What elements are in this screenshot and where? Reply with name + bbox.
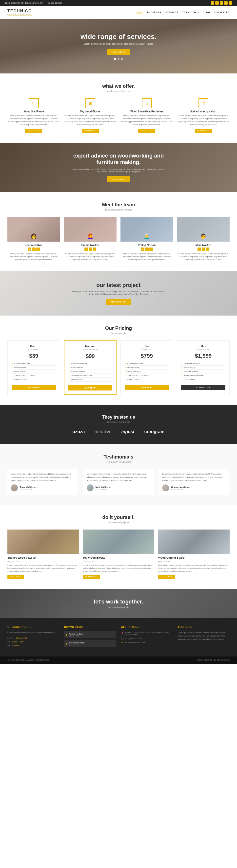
offer-card-3-btn[interactable]: READ MORE — [138, 129, 155, 133]
team-name-4: Mike Norton — [177, 244, 230, 247]
testimonial-1-author: Jerry Middleton CEO / Technico — [11, 485, 75, 491]
team-tw-1[interactable]: t — [32, 248, 35, 251]
diy-grid: Stained wood pixel art May 23, 2014 Lore… — [7, 529, 230, 579]
testimonial-2-name: Nick Middleton — [96, 486, 111, 488]
offer-card-4-title: Stained wood pixel art — [177, 110, 230, 113]
testimonial-1-name: Jerry Middleton — [20, 486, 36, 488]
pricing-max-features: Chillwave eirmure Narbo aliquly Narwhal … — [181, 362, 226, 381]
footer-download-2[interactable]: ⬇ Product Catalog 500KB | PDF — [64, 640, 116, 647]
offer-card-4-btn[interactable]: READ MORE — [195, 129, 212, 133]
hero-dot-2[interactable] — [117, 58, 120, 60]
footer-hours: opening hours Lorem ipsum dolor sit amet… — [7, 626, 59, 649]
twitter-icon[interactable]: t — [215, 1, 219, 5]
team-g-4[interactable]: g — [206, 248, 209, 251]
youtube-icon[interactable]: yt — [229, 1, 232, 5]
footer-download-1-info: Technical Spec 200KB | PDF — [69, 633, 83, 637]
linkedin-icon[interactable]: in — [224, 1, 228, 5]
nav-faq[interactable]: FAQ — [193, 11, 199, 14]
offer-card-2-btn[interactable]: READ MORE — [82, 129, 99, 133]
diy-post-2-btn[interactable]: READ MORE — [83, 575, 100, 579]
pricing-pro-type: Pro — [125, 345, 169, 348]
team-section: Meet the team The people behind technico… — [0, 192, 237, 271]
pricing-medium-features: Chillwave eirmure Narbo aliquly Narwhal … — [69, 362, 112, 382]
team-name-3: Phillip Norton — [121, 244, 173, 247]
testimonial-2-author: Nick Middleton CEO / Technico — [87, 485, 151, 491]
hero-dot-3[interactable] — [121, 58, 123, 60]
team-g-2[interactable]: g — [93, 248, 96, 251]
team-fb-4[interactable]: f — [198, 248, 201, 251]
pricing-feature: Narwhal &akind — [125, 370, 169, 373]
pricing-micro-price: $39 — [11, 353, 56, 359]
team-text-1: Lorem ipsum dolor sit amet, consectetur … — [7, 252, 60, 261]
offer-card-1-btn[interactable]: READ MORE — [25, 129, 42, 133]
footer-bottom: © 2015 TECHNICO - ALL RIGHTS RESERVED DE… — [0, 656, 237, 663]
pricing-feature: Thundercats churchkey — [181, 373, 226, 377]
logo-ingest: ingest — [122, 429, 135, 434]
pricing-pro-features: Chillwave eirmure Narbo aliquly Narwhal … — [125, 362, 169, 381]
logo-sub: INDUSTRIAL CO. — [7, 13, 32, 15]
pricing-max: Max Enterprise file $1,999 Chillwave eir… — [177, 340, 230, 395]
footer-download-1-size: 200KB | PDF — [69, 635, 83, 637]
team-tw-3[interactable]: t — [145, 248, 149, 251]
diy-post-3-btn[interactable]: READ MORE — [158, 575, 175, 579]
testimonial-3-role: CEO / Technico — [171, 488, 190, 490]
nav-projects[interactable]: PROJECTS — [147, 11, 161, 14]
footer-hours-desc: Lorem ipsum dolor sit amet, consectetur … — [7, 631, 59, 634]
diy-post-1-btn[interactable]: READ MORE — [7, 575, 24, 579]
testimonial-2-role: CEO / Technico — [96, 488, 111, 490]
hero-dot-1[interactable] — [114, 58, 116, 60]
footer-downloads: downloads ⬇ Technical Spec 200KB | PDF ⬇… — [64, 626, 116, 649]
nav-blog[interactable]: BLOG — [203, 11, 210, 14]
navigation: TECHNICO INDUSTRIAL CO. HOME PROJECTS SE… — [0, 6, 237, 19]
team-g-1[interactable]: g — [36, 248, 40, 251]
diy-image-3 — [158, 529, 230, 554]
team-tw-2[interactable]: t — [89, 248, 92, 251]
nav-team[interactable]: TEAM — [182, 11, 190, 14]
top-bar-left: 1243 Dreaming Str. 49235 London, UK +61 … — [5, 2, 62, 4]
testimonial-2-avatar — [87, 485, 94, 491]
team-fb-1[interactable]: f — [28, 248, 31, 251]
footer-grid: opening hours Lorem ipsum dolor sit amet… — [7, 626, 230, 649]
team-photo-4: 👨 — [177, 217, 230, 242]
team-fb-2[interactable]: f — [84, 248, 88, 251]
diy-post-3: Wood Cutting Board May 22, 2015 Lorem ip… — [158, 529, 230, 579]
pricing-title: Our Pricing — [7, 326, 230, 331]
footer-download-1[interactable]: ⬇ Technical Spec 200KB | PDF — [64, 631, 116, 638]
pricing-grid: Micro Small business $39 Chillwave eirmu… — [7, 340, 230, 395]
team-subtitle: The people behind technico — [7, 209, 230, 211]
team-g-3[interactable]: g — [149, 248, 153, 251]
footer-hours-table: Mon-Fri 09:00 - 20:00 Sat 09:00 - 18:00 … — [7, 637, 59, 647]
google-icon[interactable]: g — [220, 1, 223, 5]
nav-home[interactable]: HOME — [135, 11, 143, 14]
team-tw-4[interactable]: t — [202, 248, 205, 251]
hero-cta-button[interactable]: learn more — [107, 49, 130, 55]
team-fb-3[interactable]: f — [141, 248, 144, 251]
footer-address-item: 📍 Address: 1540 Little St. Ste 101, San … — [121, 631, 173, 636]
pricing-feature: Narbo aliquly — [181, 366, 226, 370]
diy-title: do it yourself. — [7, 515, 230, 520]
pricing-micro-btn[interactable]: BUY NOW — [11, 385, 56, 390]
trusted-section: They trusted us Companies big & small oz… — [0, 405, 237, 444]
footer-hours-time-1: 09:00 - 20:00 — [16, 637, 27, 639]
pricing-micro-features: Chillwave eirmure Narbo aliquly Narwhal … — [11, 362, 56, 381]
pricing-pro-price: $799 — [125, 353, 169, 359]
pricing-feature: Narbo aliquly — [69, 366, 112, 370]
expert-btn[interactable]: learn more — [107, 176, 130, 182]
footer-hours-row-3: Sun Closed — [7, 644, 59, 647]
top-bar-right: f t g in yt — [211, 1, 232, 5]
footer-download-2-size: 500KB | PDF — [69, 644, 84, 646]
pricing-max-btn[interactable]: CONTACT US — [181, 385, 226, 390]
diy-section: do it yourself. buy selected projects St… — [0, 505, 237, 589]
nav-templates[interactable]: TEMPLATES — [214, 11, 230, 14]
pricing-pro-btn[interactable]: BUY NOW — [125, 385, 169, 390]
pixel-art-icon: ◫ — [199, 98, 208, 108]
project-btn[interactable]: view project — [106, 299, 131, 305]
pricing-feature: Thundercats churchkey — [11, 373, 56, 377]
facebook-icon[interactable]: f — [211, 1, 214, 5]
pricing-medium-btn[interactable]: BUY NOW — [69, 385, 112, 391]
nav-services[interactable]: SERVICES — [165, 11, 178, 14]
pricing-subtitle: Choose your plan — [7, 332, 230, 335]
pricing-feature: Thundercats churchkey — [125, 373, 169, 377]
expert-content: expert advice on woodworking and furnitu… — [69, 153, 168, 182]
logo: TECHNICO INDUSTRIAL CO. — [7, 9, 32, 16]
